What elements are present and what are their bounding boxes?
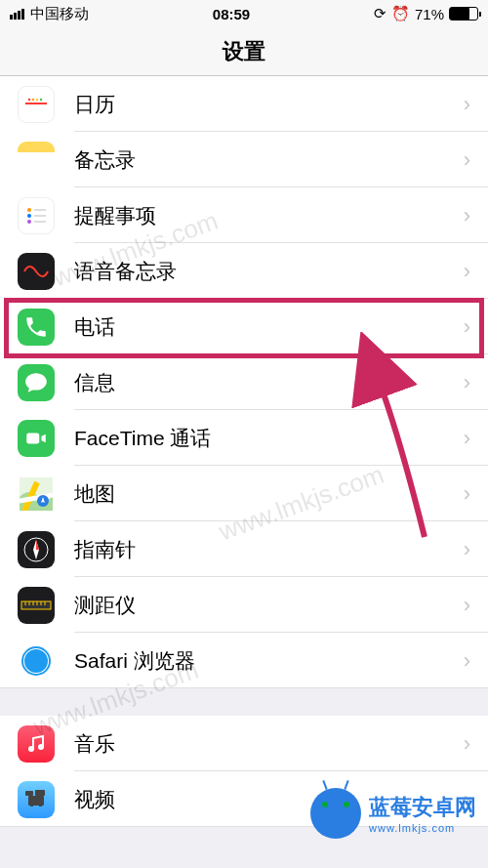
- svg-point-5: [27, 208, 31, 212]
- voice-memos-icon: [18, 253, 55, 290]
- svg-point-25: [38, 744, 44, 750]
- phone-icon: [18, 309, 55, 346]
- svg-point-6: [27, 214, 31, 218]
- row-label: 指南针: [74, 536, 464, 563]
- chevron-right-icon: ›: [464, 648, 470, 674]
- row-label: 音乐: [74, 730, 464, 758]
- safari-icon: [18, 642, 55, 680]
- facetime-icon: [18, 420, 55, 457]
- row-label: Safari 浏览器: [74, 647, 464, 675]
- row-label: FaceTime 通话: [74, 425, 464, 452]
- svg-rect-26: [28, 796, 44, 806]
- chevron-right-icon: ›: [464, 481, 470, 507]
- svg-rect-28: [39, 805, 42, 806]
- orientation-lock-icon: ⟳: [374, 5, 386, 22]
- row-label: 日历: [74, 91, 464, 118]
- settings-row-notes[interactable]: 备忘录›: [0, 132, 488, 187]
- settings-row-reminders[interactable]: 提醒事项›: [0, 187, 488, 243]
- settings-row-measure[interactable]: 测距仪›: [0, 577, 488, 633]
- chevron-right-icon: ›: [464, 92, 470, 117]
- svg-rect-27: [30, 805, 33, 806]
- music-icon: [18, 725, 55, 763]
- svg-rect-9: [34, 215, 46, 217]
- notes-icon: [18, 142, 55, 179]
- signal-icon: [10, 9, 24, 20]
- carrier-label: 中国移动: [30, 5, 89, 23]
- row-label: 提醒事项: [74, 202, 464, 229]
- reminders-icon: [18, 197, 55, 234]
- calendar-icon: [18, 86, 55, 123]
- svg-point-24: [28, 746, 34, 752]
- settings-row-music[interactable]: 音乐›: [0, 716, 488, 771]
- settings-row-messages[interactable]: 信息›: [0, 354, 488, 410]
- nav-bar: 设置: [0, 27, 488, 76]
- settings-row-maps[interactable]: 地图›: [0, 466, 488, 521]
- settings-row-video[interactable]: 视频›: [0, 771, 488, 827]
- page-title: 设置: [223, 37, 265, 66]
- video-icon: [18, 781, 55, 818]
- svg-point-7: [27, 220, 31, 224]
- chevron-right-icon: ›: [464, 426, 470, 451]
- status-bar: 中国移动 08:59 ⟳ ⏰ 71%: [0, 0, 488, 27]
- svg-rect-11: [26, 433, 39, 443]
- battery-pct-label: 71%: [415, 6, 444, 22]
- settings-row-safari[interactable]: Safari 浏览器›: [0, 633, 488, 688]
- alarm-icon: ⏰: [391, 5, 410, 22]
- chevron-right-icon: ›: [464, 787, 470, 812]
- settings-group: 日历›备忘录›提醒事项›语音备忘录›电话›信息›FaceTime 通话›地图›指…: [0, 76, 488, 688]
- chevron-right-icon: ›: [464, 731, 470, 757]
- svg-point-23: [24, 649, 48, 673]
- svg-rect-0: [25, 103, 47, 104]
- measure-icon: [18, 587, 55, 624]
- svg-point-3: [36, 98, 38, 100]
- row-label: 地图: [74, 480, 464, 508]
- messages-icon: [18, 364, 55, 401]
- svg-rect-8: [34, 209, 46, 211]
- svg-rect-29: [25, 791, 33, 796]
- battery-icon: [449, 7, 478, 21]
- settings-group: 音乐›视频›: [0, 716, 488, 827]
- chevron-right-icon: ›: [464, 259, 470, 284]
- chevron-right-icon: ›: [464, 593, 470, 618]
- chevron-right-icon: ›: [464, 537, 470, 562]
- row-label: 视频: [74, 786, 464, 813]
- chevron-right-icon: ›: [464, 203, 470, 228]
- compass-icon: [18, 531, 55, 568]
- settings-row-phone[interactable]: 电话›: [0, 299, 488, 354]
- row-label: 备忘录: [74, 146, 464, 174]
- settings-row-calendar[interactable]: 日历›: [0, 76, 488, 132]
- svg-point-2: [32, 98, 34, 100]
- chevron-right-icon: ›: [464, 147, 470, 173]
- svg-point-1: [28, 98, 30, 100]
- maps-icon: [18, 475, 55, 513]
- svg-rect-10: [34, 221, 46, 223]
- settings-row-facetime[interactable]: FaceTime 通话›: [0, 410, 488, 466]
- row-label: 语音备忘录: [74, 258, 464, 285]
- svg-point-4: [40, 98, 42, 100]
- chevron-right-icon: ›: [464, 314, 470, 340]
- clock-label: 08:59: [213, 6, 250, 22]
- row-label: 测距仪: [74, 592, 464, 619]
- settings-row-voice[interactable]: 语音备忘录›: [0, 243, 488, 299]
- svg-rect-30: [35, 790, 45, 796]
- settings-row-compass[interactable]: 指南针›: [0, 521, 488, 577]
- row-label: 信息: [74, 369, 464, 396]
- row-label: 电话: [74, 313, 464, 341]
- chevron-right-icon: ›: [464, 370, 470, 395]
